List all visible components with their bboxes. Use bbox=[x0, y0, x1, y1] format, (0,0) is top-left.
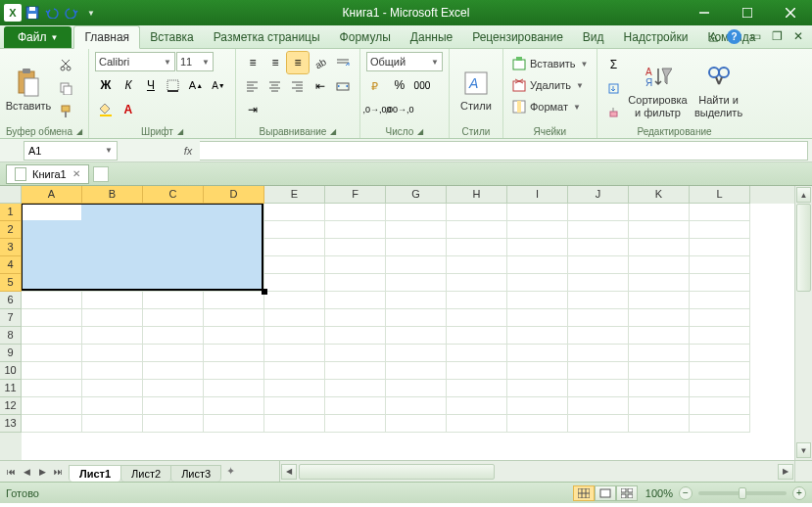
hscroll-thumb[interactable] bbox=[299, 464, 495, 480]
col-header-L[interactable]: L bbox=[690, 186, 750, 204]
cell[interactable] bbox=[690, 380, 750, 397]
shrink-font-icon[interactable]: A▼ bbox=[208, 74, 229, 96]
align-left-icon[interactable] bbox=[242, 75, 263, 97]
cell[interactable] bbox=[447, 362, 507, 380]
cell[interactable] bbox=[690, 345, 750, 362]
cell[interactable] bbox=[143, 415, 204, 433]
number-launcher-icon[interactable]: ◢ bbox=[417, 127, 423, 136]
col-header-G[interactable]: G bbox=[386, 186, 447, 204]
cell[interactable] bbox=[325, 204, 386, 221]
cell[interactable] bbox=[690, 292, 750, 309]
cell[interactable] bbox=[568, 221, 629, 239]
cell[interactable] bbox=[690, 415, 750, 433]
align-bottom-icon[interactable]: ≡ bbox=[287, 52, 309, 73]
scroll-up-icon[interactable]: ▲ bbox=[796, 187, 811, 203]
cell[interactable] bbox=[22, 362, 82, 380]
select-all-button[interactable] bbox=[0, 186, 22, 204]
cell[interactable] bbox=[264, 256, 325, 274]
cell[interactable] bbox=[507, 274, 568, 292]
cell[interactable] bbox=[568, 309, 629, 327]
cell[interactable] bbox=[143, 345, 204, 362]
cell[interactable] bbox=[447, 415, 507, 433]
sheet-tab-3[interactable]: Лист3 bbox=[170, 465, 221, 482]
zoom-out-icon[interactable]: − bbox=[679, 486, 693, 500]
delete-cells-button[interactable]: Удалить▼ bbox=[509, 75, 591, 95]
cell[interactable] bbox=[507, 204, 568, 221]
cell[interactable] bbox=[325, 309, 386, 327]
minimize-button[interactable] bbox=[683, 0, 726, 25]
cell[interactable] bbox=[507, 239, 568, 256]
cell[interactable] bbox=[82, 345, 143, 362]
comma-icon[interactable]: 000 bbox=[411, 74, 433, 96]
cell[interactable] bbox=[507, 309, 568, 327]
cell[interactable] bbox=[264, 204, 325, 221]
cell[interactable] bbox=[264, 345, 325, 362]
cell[interactable] bbox=[386, 327, 447, 345]
row-header-7[interactable]: 7 bbox=[0, 309, 22, 327]
workbook-tab-close-icon[interactable]: ✕ bbox=[72, 168, 80, 179]
sheet-last-icon[interactable]: ⏭ bbox=[51, 465, 65, 479]
cell[interactable] bbox=[325, 415, 386, 433]
cell[interactable] bbox=[22, 292, 82, 309]
font-launcher-icon[interactable]: ◢ bbox=[177, 127, 183, 136]
insert-cells-button[interactable]: Вставить▼ bbox=[509, 54, 591, 73]
cell[interactable] bbox=[629, 239, 690, 256]
align-top-icon[interactable]: ≡ bbox=[242, 52, 263, 73]
cell[interactable] bbox=[568, 274, 629, 292]
cell[interactable] bbox=[325, 221, 386, 239]
cell[interactable] bbox=[629, 221, 690, 239]
cell[interactable] bbox=[386, 204, 447, 221]
cell[interactable] bbox=[568, 397, 629, 415]
formula-input[interactable] bbox=[200, 141, 808, 161]
font-size-combo[interactable]: 11▼ bbox=[176, 52, 214, 71]
cell[interactable] bbox=[143, 309, 204, 327]
cell[interactable] bbox=[447, 274, 507, 292]
copy-icon[interactable] bbox=[55, 77, 76, 99]
align-launcher-icon[interactable]: ◢ bbox=[330, 127, 336, 136]
help-icon[interactable]: ? bbox=[727, 29, 741, 44]
scroll-left-icon[interactable]: ◀ bbox=[281, 464, 297, 480]
decrease-decimal-icon[interactable]: ,00→,0 bbox=[389, 99, 410, 120]
redo-icon[interactable] bbox=[63, 4, 80, 22]
cell[interactable] bbox=[447, 380, 507, 397]
cell[interactable] bbox=[386, 415, 447, 433]
find-select-button[interactable]: Найти и выделить bbox=[692, 52, 746, 125]
cell[interactable] bbox=[629, 292, 690, 309]
workbook-tab[interactable]: Книга1 ✕ bbox=[6, 164, 89, 184]
scroll-right-icon[interactable]: ▶ bbox=[778, 464, 793, 480]
cell[interactable] bbox=[204, 397, 264, 415]
font-name-combo[interactable]: Calibri▼ bbox=[95, 52, 175, 71]
cell[interactable] bbox=[386, 292, 447, 309]
cell[interactable] bbox=[568, 345, 629, 362]
cell[interactable] bbox=[690, 274, 750, 292]
cell[interactable] bbox=[386, 345, 447, 362]
sheet-next-icon[interactable]: ▶ bbox=[35, 465, 49, 479]
cell[interactable] bbox=[507, 292, 568, 309]
italic-button[interactable]: К bbox=[118, 74, 139, 96]
cell[interactable] bbox=[690, 204, 750, 221]
cell[interactable] bbox=[264, 327, 325, 345]
cell[interactable] bbox=[447, 221, 507, 239]
cell[interactable] bbox=[629, 256, 690, 274]
col-header-E[interactable]: E bbox=[264, 186, 325, 204]
vertical-scrollbar[interactable]: ▲ ▼ bbox=[794, 186, 812, 460]
tab-view[interactable]: Вид bbox=[573, 26, 614, 48]
font-color-icon[interactable]: A bbox=[118, 99, 139, 120]
format-cells-button[interactable]: Формат▼ bbox=[509, 97, 591, 116]
cell[interactable] bbox=[82, 415, 143, 433]
cell[interactable] bbox=[22, 327, 82, 345]
tab-home[interactable]: Главная bbox=[73, 25, 140, 49]
tab-data[interactable]: Данные bbox=[401, 26, 462, 48]
cell[interactable] bbox=[386, 397, 447, 415]
cell[interactable] bbox=[82, 309, 143, 327]
format-painter-icon[interactable] bbox=[55, 101, 76, 122]
cell[interactable] bbox=[204, 309, 264, 327]
grow-font-icon[interactable]: A▲ bbox=[185, 74, 207, 96]
minimize-ribbon-icon[interactable]: ◬ bbox=[705, 28, 721, 44]
cell[interactable] bbox=[690, 309, 750, 327]
cell[interactable] bbox=[386, 221, 447, 239]
currency-icon[interactable]: ₽ bbox=[366, 74, 388, 96]
cell[interactable] bbox=[690, 239, 750, 256]
cell[interactable] bbox=[447, 309, 507, 327]
page-break-view-icon[interactable] bbox=[616, 485, 638, 501]
